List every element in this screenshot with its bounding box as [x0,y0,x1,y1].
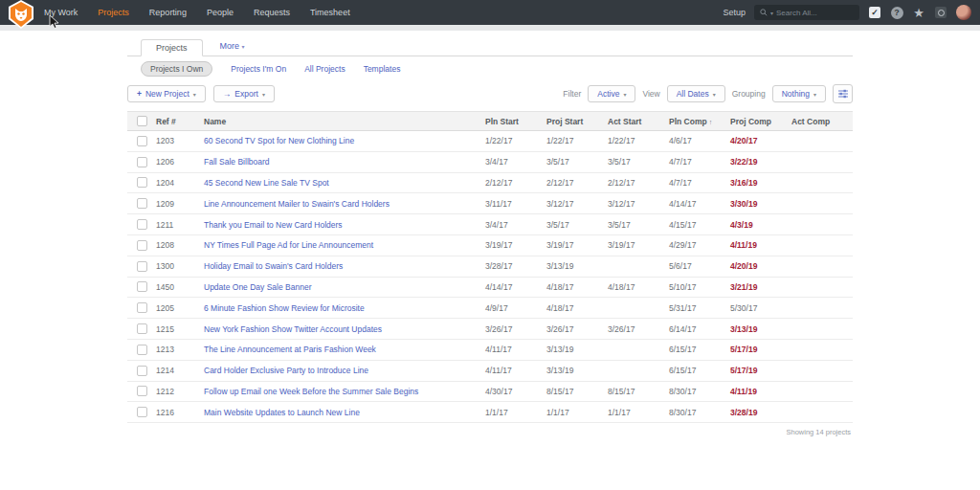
subtab-projects-i-m-on[interactable]: Projects I'm On [231,64,286,74]
mouse-cursor [49,14,59,32]
cell-proj_comp: 3/16/19 [730,178,791,188]
project-link[interactable]: The Line Announcement at Paris Fashion W… [204,345,376,354]
row-checkbox[interactable] [137,198,147,209]
cell-proj_start: 3/13/19 [546,345,608,354]
column-settings-button[interactable] [833,84,853,103]
cell-pln_comp: 4/14/17 [669,199,730,209]
cell-ref: 1206 [156,157,204,167]
cell-pln_comp: 6/14/17 [669,324,730,334]
subtab-projects-i-own[interactable]: Projects I Own [141,61,212,77]
header-act-comp[interactable]: Act Comp [791,117,853,126]
header-act-start[interactable]: Act Start [608,117,669,126]
chevron-down-icon: ▾ [713,91,716,98]
project-link[interactable]: 6 Minute Fashion Show Review for Microsi… [204,303,365,313]
header-proj-start[interactable]: Proj Start [546,117,608,126]
setup-link[interactable]: Setup [723,8,746,17]
row-checkbox[interactable] [137,323,147,334]
cell-pln_start: 1/1/17 [485,408,546,417]
project-link[interactable]: New York Fashion Show Twitter Account Up… [204,324,382,334]
row-checkbox[interactable] [137,407,147,417]
cell-pln_start: 3/28/17 [485,261,546,271]
cell-pln_start: 4/14/17 [485,282,546,292]
cell-ref: 1212 [156,387,204,396]
cell-pln_comp: 4/6/17 [669,136,730,145]
help-icon[interactable]: ? [890,6,903,19]
filter-dropdown[interactable]: Active▾ [588,85,635,102]
cell-pln_comp: 6/15/17 [669,366,730,375]
cell-ref: 1203 [156,136,204,145]
view-dropdown[interactable]: All Dates▾ [667,85,725,102]
search-scope-caret-icon[interactable]: ▾ [770,10,773,16]
project-link[interactable]: Follow up Email one Week Before the Summ… [204,387,418,396]
row-checkbox[interactable] [137,281,147,292]
cell-ref: 1204 [156,178,204,188]
header-pln-start[interactable]: Pln Start [485,117,546,126]
table-body: 120360 Second TV Spot for New Clothing L… [127,131,853,423]
tab-projects[interactable]: Projects [141,39,203,56]
project-link[interactable]: Fall Sale Billboard [204,157,270,167]
export-button[interactable]: → Export ▾ [213,85,275,102]
project-link[interactable]: Holiday Email to Swain's Card Holders [204,261,343,271]
row-checkbox[interactable] [137,177,147,188]
plus-icon: + [137,89,142,99]
user-avatar[interactable] [956,5,971,20]
nav-shadow [0,25,980,31]
row-checkbox[interactable] [137,366,147,376]
project-link[interactable]: 45 Second New Line Sale TV Spot [204,178,329,188]
cell-pln_comp: 8/30/17 [669,408,730,417]
project-link[interactable]: Line Announcement Mailer to Swain's Card… [204,199,390,209]
cell-act_start: 3/19/17 [608,240,669,250]
cell-proj_start: 3/13/19 [546,366,608,375]
nav-item-requests[interactable]: Requests [254,8,290,17]
row-checkbox[interactable] [137,136,147,146]
row-checkbox[interactable] [137,386,147,396]
tab-more[interactable]: More ▾ [220,41,245,56]
table-row: 1213The Line Announcement at Paris Fashi… [127,340,853,361]
cell-pln_start: 3/11/17 [485,199,546,209]
grouping-dropdown[interactable]: Nothing▾ [772,85,826,102]
cell-proj_comp: 4/3/19 [730,220,791,230]
row-checkbox[interactable] [137,157,147,167]
project-link[interactable]: Update One Day Sale Banner [204,282,311,292]
star-icon[interactable]: ★ [912,6,925,19]
project-link[interactable]: Main Website Updates to Launch New Line [204,408,360,417]
cell-pln_start: 2/12/17 [485,178,546,188]
table-row: 1216Main Website Updates to Launch New L… [127,402,853,423]
nav-item-reporting[interactable]: Reporting [149,8,187,17]
row-checkbox[interactable] [137,261,147,272]
project-link[interactable]: Thank you Email to New Card Holders [204,220,343,230]
row-checkbox[interactable] [137,219,147,230]
new-project-button[interactable]: + New Project ▾ [127,85,206,102]
tasks-check-icon[interactable]: ✓ [868,6,881,19]
table-row: 1450Update One Day Sale Banner4/14/174/1… [127,278,853,299]
header-name[interactable]: Name [204,117,485,126]
cell-pln_start: 1/22/17 [485,136,546,145]
global-search[interactable]: ▾ Search All... [754,5,859,20]
header-pln-comp[interactable]: Pln Comp↑ [669,117,730,126]
header-ref[interactable]: Ref # [156,117,204,126]
row-checkbox[interactable] [137,302,147,313]
table-row: 1215New York Fashion Show Twitter Accoun… [127,319,853,340]
cell-ref: 1215 [156,324,204,334]
project-link[interactable]: NY Times Full Page Ad for Line Announcem… [204,240,373,250]
nav-item-timesheet[interactable]: Timesheet [310,8,350,17]
subtab-templates[interactable]: Templates [364,64,401,74]
sort-asc-icon: ↑ [709,119,713,125]
select-all-checkbox[interactable] [137,116,147,126]
project-link[interactable]: Card Holder Exclusive Party to Introduce… [204,366,368,375]
brand-logo[interactable] [7,0,35,30]
table-header: Ref # Name Pln Start Proj Start Act Star… [127,111,853,131]
screen-icon[interactable] [934,6,947,19]
cell-proj_comp: 4/11/19 [730,387,791,396]
cell-proj_start: 8/15/17 [546,387,608,396]
cell-proj_comp: 3/21/19 [730,282,791,292]
header-proj-comp[interactable]: Proj Comp [730,117,791,126]
project-link[interactable]: 60 Second TV Spot for New Clothing Line [204,136,354,145]
cell-proj_start: 4/18/17 [546,303,608,313]
table-row: 120445 Second New Line Sale TV Spot2/12/… [127,173,853,194]
row-checkbox[interactable] [137,345,147,355]
row-checkbox[interactable] [137,240,147,251]
nav-item-projects[interactable]: Projects [98,8,129,17]
nav-item-people[interactable]: People [207,8,234,17]
subtab-all-projects[interactable]: All Projects [304,64,345,74]
